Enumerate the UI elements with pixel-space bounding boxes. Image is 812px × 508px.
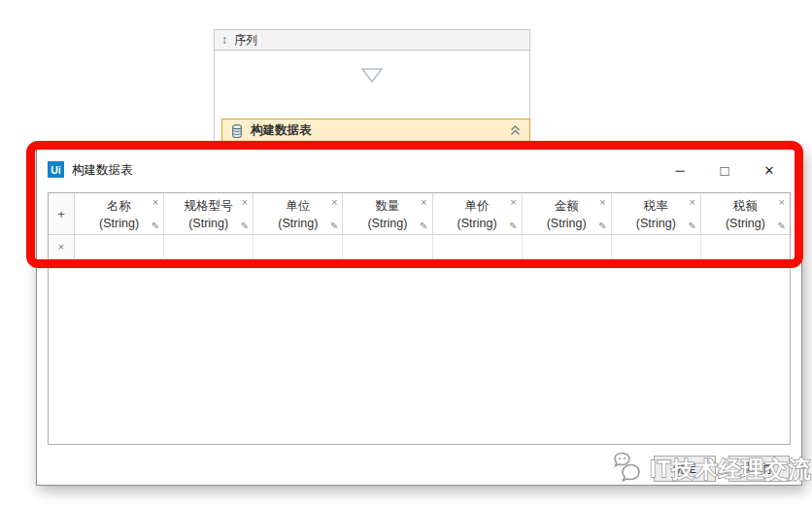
annotation-rectangle [26, 141, 803, 268]
activity-title: 构建数据表 [251, 122, 312, 139]
sequence-activity: ↕ 序列 构建数据表 [214, 29, 530, 155]
build-datatable-activity-header[interactable]: 构建数据表 [222, 119, 529, 143]
watermark: IT技术经理交流 ∷ [609, 451, 812, 488]
sequence-header[interactable]: ↕ 序列 [215, 30, 529, 51]
move-vertical-icon: ↕ [221, 34, 227, 46]
watermark-text: IT技术经理交流 [650, 455, 811, 485]
collapse-chevron-icon[interactable] [509, 124, 522, 137]
database-icon [230, 123, 244, 139]
sequence-body: 构建数据表 数据表... [215, 51, 529, 155]
drop-indicator-icon [361, 68, 383, 83]
sequence-title: 序列 [234, 32, 257, 49]
chat-clouds-icon [609, 451, 650, 488]
screen: ↕ 序列 构建数据表 [0, 0, 812, 508]
